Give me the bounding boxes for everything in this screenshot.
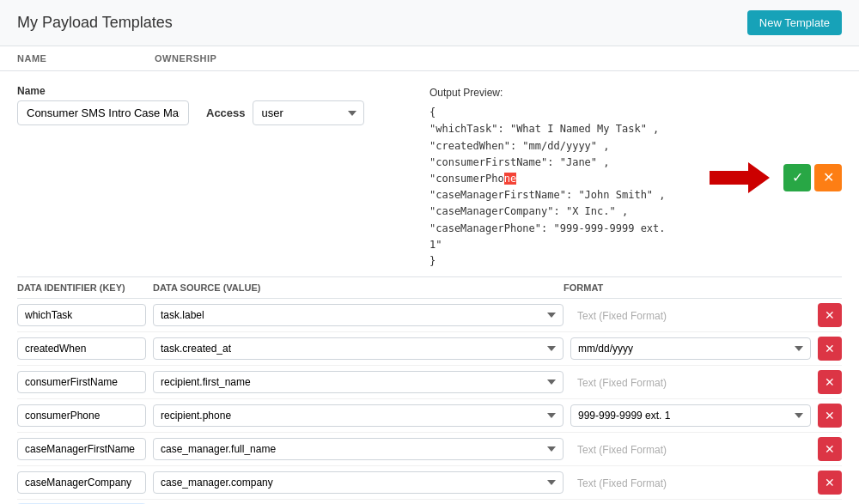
col-ownership-header: OWNERSHIP — [155, 53, 258, 64]
delete-icon: ✕ — [825, 409, 835, 422]
col-action-header — [811, 282, 842, 293]
format-cell: mm/dd/yyyy yyyy-mm-dd dd/mm/yyyy — [570, 337, 811, 360]
key-input[interactable] — [17, 471, 146, 494]
highlight-text: ne — [504, 173, 516, 185]
preview-label: Output Preview: — [430, 85, 703, 101]
delete-icon: ✕ — [825, 442, 835, 456]
value-select[interactable]: case_manager.full_name — [153, 438, 564, 460]
col-name-header: NAME — [17, 53, 155, 64]
action-buttons: ✓ ✕ — [783, 164, 842, 191]
delete-button[interactable]: ✕ — [818, 370, 842, 394]
format-text: Text (Fixed Format) — [570, 373, 673, 393]
value-cell: recipient.first_name — [153, 371, 564, 393]
access-label: Access — [206, 106, 246, 119]
preview-content: { "whichTask": "What I Named My Task" , … — [430, 105, 703, 270]
value-cell: task.created_at — [153, 337, 564, 360]
format-text: Text (Fixed Format) — [570, 306, 673, 326]
col-value-header: DATA SOURCE (VALUE) — [153, 282, 557, 293]
checkmark-icon: ✓ — [792, 169, 803, 185]
table-header-row: NAME OWNERSHIP — [0, 46, 859, 71]
format-cell: Text (Fixed Format) — [570, 309, 811, 322]
format-select[interactable]: 999-999-9999 ext. 1 999-999-9999 (999) 9… — [570, 404, 811, 427]
value-select[interactable]: case_manager.company — [153, 471, 564, 494]
delete-button[interactable]: ✕ — [818, 337, 842, 361]
key-cell — [17, 337, 146, 360]
col-key-header: DATA IDENTIFIER (KEY) — [17, 282, 146, 293]
value-select[interactable]: recipient.first_name — [153, 371, 564, 393]
delete-icon: ✕ — [825, 342, 835, 355]
table-row: task.label Text (Fixed Format) ✕ — [17, 299, 842, 332]
value-cell: task.label — [153, 304, 564, 326]
value-select[interactable]: recipient.phone — [153, 404, 564, 427]
key-input[interactable] — [17, 438, 146, 460]
preview-section: Output Preview: { "whichTask": "What I N… — [430, 85, 842, 270]
table-row: case_manager.phone 999-999-9999 ext. 1 9… — [17, 500, 842, 504]
name-label: Name — [17, 85, 189, 97]
delete-button[interactable]: ✕ — [818, 303, 842, 327]
key-input[interactable] — [17, 304, 146, 326]
value-cell: case_manager.full_name — [153, 438, 564, 460]
key-input[interactable] — [17, 404, 146, 427]
key-cell — [17, 304, 146, 326]
fields-header: DATA IDENTIFIER (KEY) DATA SOURCE (VALUE… — [17, 277, 842, 299]
delete-button[interactable]: ✕ — [818, 471, 842, 495]
new-template-button[interactable]: New Template — [747, 10, 842, 35]
table-row: recipient.phone 999-999-9999 ext. 1 999-… — [17, 399, 842, 433]
table-row: case_manager.company Text (Fixed Format)… — [17, 466, 842, 500]
key-cell — [17, 371, 146, 393]
format-cell: Text (Fixed Format) — [570, 443, 811, 456]
format-cell: Text (Fixed Format) — [570, 477, 811, 489]
svg-marker-0 — [710, 162, 770, 193]
value-cell: case_manager.company — [153, 471, 564, 494]
format-text: Text (Fixed Format) — [570, 440, 673, 460]
close-icon: ✕ — [823, 169, 834, 185]
delete-button[interactable]: ✕ — [818, 437, 842, 461]
access-select[interactable]: user admin public — [253, 100, 364, 125]
name-section: Name Access user admin public — [17, 85, 430, 270]
key-cell — [17, 404, 146, 427]
access-group: Access user admin public — [206, 100, 364, 125]
confirm-button[interactable]: ✓ — [783, 164, 811, 191]
table-row: task.created_at mm/dd/yyyy yyyy-mm-dd dd… — [17, 332, 842, 366]
page-title: My Payload Templates — [17, 14, 173, 32]
cancel-button[interactable]: ✕ — [814, 164, 842, 191]
key-cell — [17, 438, 146, 460]
format-select[interactable]: mm/dd/yyyy yyyy-mm-dd dd/mm/yyyy — [570, 337, 811, 360]
value-select[interactable]: task.label — [153, 304, 564, 326]
delete-icon: ✕ — [825, 308, 835, 322]
key-input[interactable] — [17, 337, 146, 360]
key-cell — [17, 471, 146, 494]
value-cell: recipient.phone — [153, 404, 564, 427]
table-row: case_manager.full_name Text (Fixed Forma… — [17, 433, 842, 466]
col-format-header: FORMAT — [564, 282, 804, 293]
name-access-row: Name Access user admin public — [17, 85, 430, 125]
output-preview: Output Preview: { "whichTask": "What I N… — [430, 85, 703, 270]
format-cell: 999-999-9999 ext. 1 999-999-9999 (999) 9… — [570, 404, 811, 427]
delete-button[interactable]: ✕ — [818, 404, 842, 428]
delete-icon: ✕ — [825, 375, 835, 389]
value-select[interactable]: task.created_at — [153, 337, 564, 360]
red-arrow-icon — [710, 161, 770, 195]
fields-container: DATA IDENTIFIER (KEY) DATA SOURCE (VALUE… — [0, 277, 859, 504]
format-text: Text (Fixed Format) — [570, 473, 673, 494]
arrow-container — [710, 161, 770, 195]
key-input[interactable] — [17, 371, 146, 393]
page-header: My Payload Templates New Template — [0, 0, 859, 46]
table-row: recipient.first_name Text (Fixed Format)… — [17, 366, 842, 399]
name-field-group: Name — [17, 85, 189, 125]
format-cell: Text (Fixed Format) — [570, 376, 811, 389]
delete-icon: ✕ — [825, 476, 835, 489]
name-input[interactable] — [17, 100, 189, 125]
